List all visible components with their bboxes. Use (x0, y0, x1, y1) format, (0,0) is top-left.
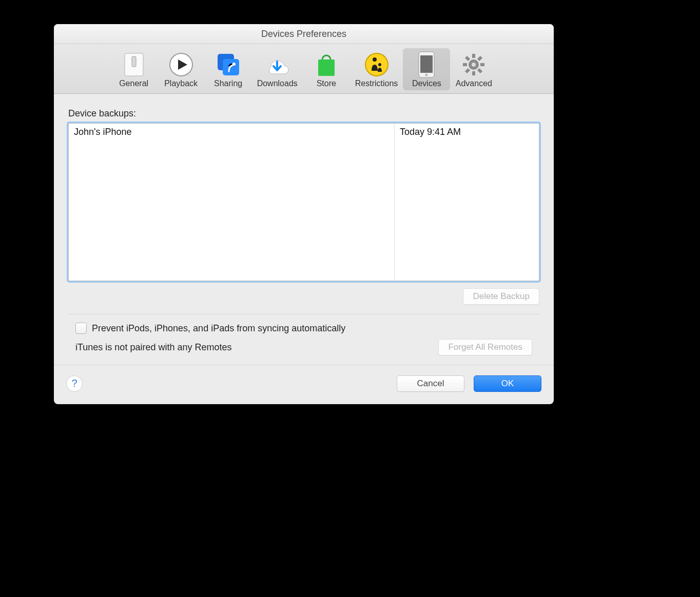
svg-point-9 (373, 57, 377, 62)
devices-icon (413, 51, 440, 78)
cancel-button[interactable]: Cancel (397, 375, 464, 392)
general-icon (121, 51, 147, 78)
dialog-footer: ? Cancel OK (54, 365, 554, 404)
svg-line-22 (466, 69, 469, 72)
tab-playback[interactable]: Playback (158, 48, 205, 90)
tab-advanced[interactable]: Advanced (450, 48, 497, 90)
tab-restrictions[interactable]: Restrictions (350, 48, 403, 90)
delete-backup-button[interactable]: Delete Backup (463, 288, 539, 305)
tab-general[interactable]: General (110, 48, 158, 90)
playback-icon (168, 51, 195, 78)
tab-label: Playback (164, 79, 198, 88)
restrictions-icon (363, 51, 390, 78)
store-icon (313, 51, 340, 78)
downloads-icon (264, 51, 290, 78)
tab-label: Downloads (257, 79, 298, 88)
tab-label: Restrictions (355, 79, 398, 88)
ok-button[interactable]: OK (474, 375, 541, 392)
tab-devices[interactable]: Devices (403, 48, 450, 90)
remotes-status-text: iTunes is not paired with any Remotes (75, 342, 231, 353)
tab-label: Advanced (456, 79, 492, 88)
tab-label: Store (317, 79, 336, 88)
backup-device-name: John's iPhone (69, 124, 395, 281)
svg-point-6 (232, 63, 236, 66)
preferences-window: Devices Preferences General Playback (54, 24, 554, 404)
forget-all-remotes-button[interactable]: Forget All Remotes (438, 339, 532, 355)
tab-store[interactable]: Store (303, 48, 350, 90)
svg-line-20 (478, 69, 481, 72)
tab-sharing[interactable]: Sharing (205, 48, 252, 90)
svg-rect-5 (223, 59, 239, 75)
backup-date: Today 9:41 AM (395, 124, 539, 281)
device-backups-list[interactable]: John's iPhone Today 9:41 AM (68, 123, 539, 281)
advanced-icon (460, 51, 487, 78)
device-backups-label: Device backups: (68, 108, 539, 119)
svg-rect-12 (420, 55, 433, 73)
svg-point-10 (378, 63, 381, 66)
prevent-sync-label: Prevent iPods, iPhones, and iPads from s… (92, 323, 345, 334)
sharing-icon (215, 51, 242, 78)
table-row[interactable]: John's iPhone Today 9:41 AM (69, 124, 539, 281)
preferences-toolbar: General Playback Sharing (54, 44, 554, 94)
tab-label: General (119, 79, 148, 88)
divider (68, 314, 539, 314)
help-button[interactable]: ? (66, 375, 83, 392)
svg-point-13 (425, 74, 428, 76)
svg-line-19 (466, 57, 469, 60)
prevent-sync-checkbox[interactable] (75, 323, 87, 334)
svg-point-8 (365, 53, 388, 76)
prevent-sync-row[interactable]: Prevent iPods, iPhones, and iPads from s… (75, 323, 532, 334)
content-area: Device backups: John's iPhone Today 9:41… (54, 94, 554, 365)
tab-label: Devices (412, 79, 441, 88)
window-title: Devices Preferences (261, 29, 346, 39)
svg-rect-7 (318, 59, 335, 76)
window-titlebar: Devices Preferences (54, 24, 554, 44)
tab-label: Sharing (214, 79, 242, 88)
svg-line-21 (478, 57, 481, 60)
tab-downloads[interactable]: Downloads (252, 48, 303, 90)
svg-point-23 (472, 63, 476, 67)
svg-rect-1 (132, 56, 136, 67)
